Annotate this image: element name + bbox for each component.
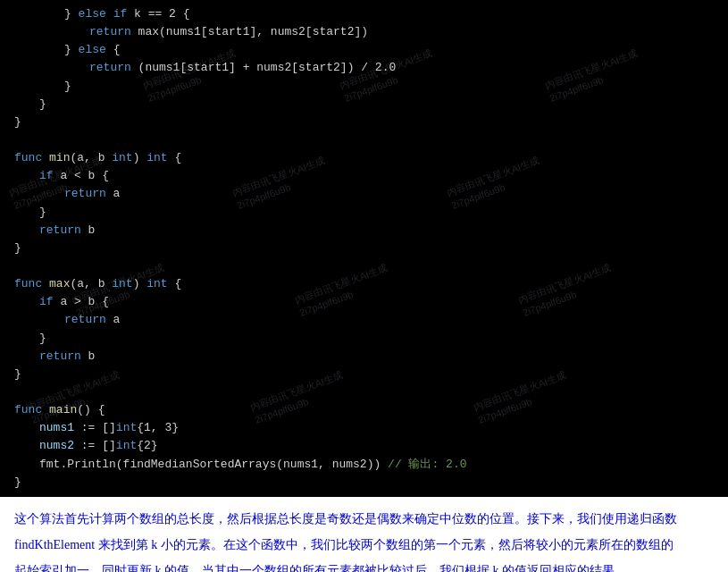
code-line: } [14, 330, 714, 348]
code-line: return a [14, 185, 714, 203]
code-line: } [14, 474, 714, 492]
code-line: nums1 := []int{1, 3} [14, 419, 714, 437]
code-line: } else { [14, 41, 714, 59]
code-line: return max(nums1[start1], nums2[start2]) [14, 23, 714, 41]
code-line: } [14, 114, 714, 131]
code-line: func max(a, b int) int { [14, 275, 714, 293]
code-line: } [14, 96, 714, 114]
description-line-3: 起始索引加一，同时更新 k 的值。当其中一个数组的所有元素都被比较过后，我们根据… [14, 559, 714, 572]
code-block: } else if k == 2 {return max(nums1[start… [14, 5, 714, 492]
description-line-2: findKthElement 来找到第 k 小的元素。在这个函数中，我们比较两个… [14, 534, 714, 556]
text-section: 这个算法首先计算两个数组的总长度，然后根据总长度是奇数还是偶数来确定中位数的位置… [0, 497, 728, 572]
main-container: 内容由讯飞星火AI生成2i7p4plf6u9b内容由讯飞星火AI生成2i7p4p… [0, 0, 728, 572]
code-line [14, 131, 714, 149]
code-line: return (nums1[start1] + nums2[start2]) /… [14, 59, 714, 77]
code-line: return b [14, 348, 714, 366]
code-line: fmt.Println(findMedianSortedArrays(nums1… [14, 456, 714, 474]
code-line: } [14, 204, 714, 222]
code-line [14, 383, 714, 401]
code-line: } [14, 78, 714, 96]
code-line: } else if k == 2 { [14, 5, 714, 23]
code-line: if a < b { [14, 167, 714, 185]
code-line: return b [14, 222, 714, 240]
code-line: return a [14, 311, 714, 329]
code-section: 内容由讯飞星火AI生成2i7p4plf6u9b内容由讯飞星火AI生成2i7p4p… [0, 0, 728, 497]
code-line: } [14, 240, 714, 257]
code-line: func min(a, b int) int { [14, 149, 714, 167]
code-line: } [14, 366, 714, 383]
description-line-1: 这个算法首先计算两个数组的总长度，然后根据总长度是奇数还是偶数来确定中位数的位置… [14, 508, 714, 530]
code-line: func main() { [14, 401, 714, 419]
code-line: nums2 := []int{2} [14, 437, 714, 455]
code-line: if a > b { [14, 293, 714, 311]
code-line [14, 257, 714, 275]
